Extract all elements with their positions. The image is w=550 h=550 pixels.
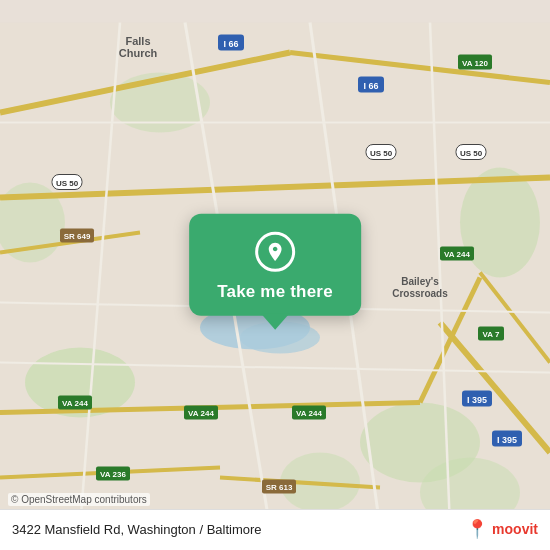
moovit-logo-pin-icon: 📍: [466, 518, 488, 540]
svg-text:SR 613: SR 613: [266, 483, 293, 492]
svg-point-3: [460, 168, 540, 278]
svg-text:US 50: US 50: [370, 149, 393, 158]
svg-text:US 50: US 50: [460, 149, 483, 158]
location-pin-icon: [255, 232, 295, 272]
svg-text:VA 244: VA 244: [188, 409, 214, 418]
svg-text:Crossroads: Crossroads: [392, 288, 448, 299]
bottom-bar: 3422 Mansfield Rd, Washington / Baltimor…: [0, 509, 550, 550]
svg-text:VA 244: VA 244: [62, 399, 88, 408]
moovit-logo-text: moovit: [492, 521, 538, 537]
svg-text:US 50: US 50: [56, 179, 79, 188]
moovit-logo: 📍 moovit: [466, 518, 538, 540]
cta-bubble[interactable]: Take me there: [189, 214, 361, 316]
svg-text:I 66: I 66: [363, 81, 378, 91]
svg-text:I 395: I 395: [497, 435, 517, 445]
svg-text:VA 7: VA 7: [483, 330, 500, 339]
svg-text:I 66: I 66: [223, 39, 238, 49]
svg-text:SR 649: SR 649: [64, 232, 91, 241]
svg-text:Church: Church: [119, 47, 158, 59]
map-container: I 66 I 66 VA 120 US 50 US 50 US 50 SR 64…: [0, 0, 550, 550]
svg-text:Falls: Falls: [125, 35, 150, 47]
svg-text:VA 244: VA 244: [296, 409, 322, 418]
cta-button-label: Take me there: [217, 282, 333, 302]
address-text: 3422 Mansfield Rd, Washington / Baltimor…: [12, 522, 262, 537]
svg-text:VA 236: VA 236: [100, 470, 126, 479]
svg-text:I 395: I 395: [467, 395, 487, 405]
pin-svg: [264, 241, 286, 263]
svg-text:Bailey's: Bailey's: [401, 276, 439, 287]
map-attribution: © OpenStreetMap contributors: [8, 493, 150, 506]
svg-text:VA 244: VA 244: [444, 250, 470, 259]
cta-overlay[interactable]: Take me there: [189, 214, 361, 316]
svg-text:VA 120: VA 120: [462, 59, 488, 68]
